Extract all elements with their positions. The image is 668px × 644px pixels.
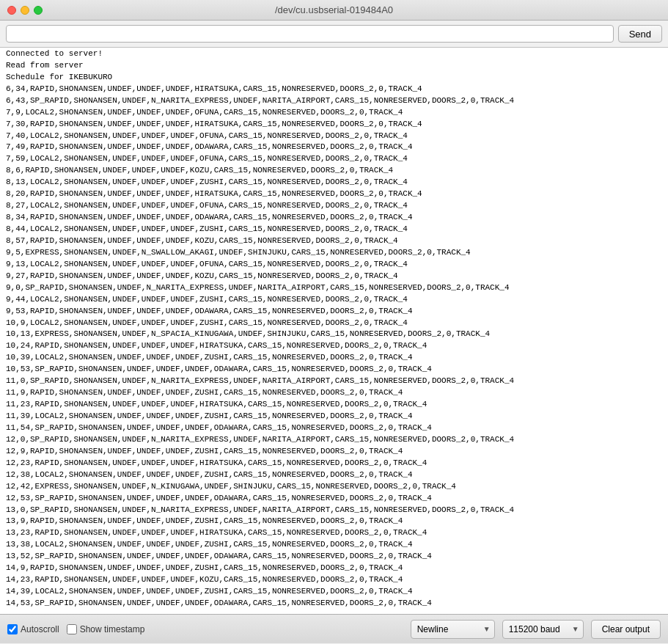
minimize-button[interactable] (21, 6, 29, 15)
send-button[interactable]: Send (618, 25, 662, 43)
timestamp-label[interactable]: Show timestamp (67, 624, 145, 634)
baud-select-wrapper: 300 baud1200 baud2400 baud4800 baud9600 … (502, 620, 584, 639)
traffic-lights (7, 6, 43, 15)
title-bar: /dev/cu.usbserial-019484A0 (0, 0, 668, 21)
newline-select[interactable]: NewlineNo line endingCarriage returnBoth… (411, 620, 495, 639)
footer-bar: Autoscroll Show timestamp NewlineNo line… (0, 614, 668, 643)
timestamp-checkbox[interactable] (67, 624, 77, 634)
close-button[interactable] (7, 6, 16, 15)
maximize-button[interactable] (34, 6, 43, 15)
clear-output-button[interactable]: Clear output (591, 620, 661, 639)
output-area: 192.168.1.79 Connected to server! Read f… (0, 48, 668, 614)
window-title: /dev/cu.usbserial-019484A0 (275, 4, 393, 15)
autoscroll-label[interactable]: Autoscroll (7, 624, 59, 634)
serial-input[interactable] (6, 25, 614, 43)
autoscroll-checkbox[interactable] (7, 624, 18, 634)
timestamp-text: Show timestamp (80, 624, 145, 634)
newline-select-wrapper: NewlineNo line endingCarriage returnBoth… (411, 620, 495, 639)
input-bar: Send (0, 21, 668, 48)
autoscroll-text: Autoscroll (21, 624, 59, 634)
baud-select[interactable]: 300 baud1200 baud2400 baud4800 baud9600 … (502, 620, 584, 639)
